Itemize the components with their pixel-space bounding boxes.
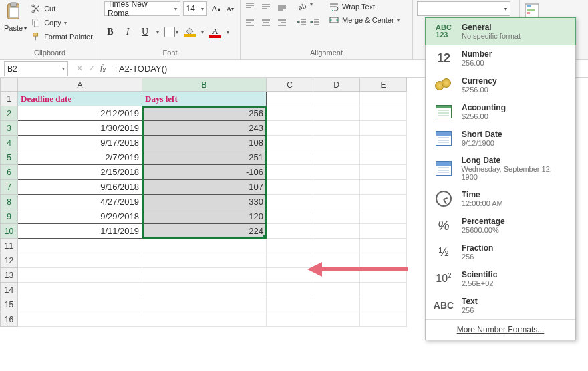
cell-A16[interactable] <box>18 312 142 327</box>
cell-E15[interactable] <box>360 297 407 312</box>
cell-D2[interactable] <box>313 106 360 121</box>
col-header-B[interactable]: B <box>142 78 267 92</box>
cell-E1[interactable] <box>360 92 407 106</box>
borders-button[interactable]: ▾ <box>164 27 178 37</box>
format-painter-button[interactable]: Format Painter <box>29 31 94 43</box>
number-format-percentage[interactable]: % Percentage 25600.00% <box>426 212 575 239</box>
cell-E13[interactable] <box>360 268 407 283</box>
select-all-corner[interactable] <box>1 78 18 92</box>
bold-button[interactable]: B <box>104 25 116 39</box>
cell-D10[interactable] <box>313 224 360 239</box>
decrease-indent-button[interactable] <box>297 17 307 29</box>
cell-B1[interactable]: Days left <box>142 92 267 106</box>
cell-A12[interactable] <box>18 253 142 268</box>
cell-B6[interactable]: -106 <box>142 165 267 180</box>
cell-A8[interactable]: 4/27/2019 <box>18 195 142 209</box>
cell-C10[interactable] <box>267 224 313 239</box>
cell-B14[interactable] <box>142 283 267 297</box>
cell-A6[interactable]: 2/15/2018 <box>18 165 142 180</box>
italic-button[interactable]: I <box>122 25 134 39</box>
cell-A3[interactable]: 1/30/2019 <box>18 121 142 136</box>
paste-button[interactable]: Paste▾ <box>4 1 27 32</box>
cell-A9[interactable]: 9/29/2018 <box>18 209 142 224</box>
cell-D1[interactable] <box>313 92 360 106</box>
cell-B4[interactable]: 108 <box>142 136 267 150</box>
col-header-D[interactable]: D <box>313 78 360 92</box>
cell-A10[interactable]: 1/11/2019 <box>18 224 142 239</box>
number-format-short_date[interactable]: Short Date 9/12/1900 <box>426 125 575 152</box>
cell-D9[interactable] <box>313 209 360 224</box>
cell-B9[interactable]: 120 <box>142 209 267 224</box>
fill-color-button[interactable] <box>184 27 196 37</box>
increase-font-button[interactable]: A▴ <box>210 2 221 15</box>
col-header-C[interactable]: C <box>267 78 313 92</box>
more-number-formats[interactable]: More Number Formats... <box>426 319 575 340</box>
conditional-formatting-icon[interactable] <box>524 3 540 19</box>
font-size-combo[interactable]: 14▾ <box>183 1 208 16</box>
cell-A4[interactable]: 9/17/2018 <box>18 136 142 150</box>
number-format-accounting[interactable]: Accounting $256.00 <box>426 98 575 125</box>
row-header-13[interactable]: 13 <box>1 268 18 283</box>
cell-A11[interactable] <box>18 239 142 253</box>
cell-D14[interactable] <box>313 283 360 297</box>
underline-button[interactable]: U <box>139 25 151 39</box>
number-format-general[interactable]: ABC123 General No specific format <box>425 17 576 45</box>
cell-B10[interactable]: 224 <box>142 224 267 239</box>
wrap-text-button[interactable]: Wrap Text <box>329 1 400 12</box>
align-left[interactable] <box>245 17 258 31</box>
increase-indent-button[interactable] <box>310 17 321 29</box>
cell-C1[interactable] <box>267 92 313 106</box>
cell-E14[interactable] <box>360 283 407 297</box>
cell-C2[interactable] <box>267 106 313 121</box>
cell-C6[interactable] <box>267 165 313 180</box>
cell-C12[interactable] <box>267 253 313 268</box>
number-format-scientific[interactable]: 102 Scientific 2.56E+02 <box>426 265 575 292</box>
cell-B8[interactable]: 330 <box>142 195 267 209</box>
cut-button[interactable]: Cut <box>29 3 94 15</box>
cell-C7[interactable] <box>267 180 313 195</box>
row-header-12[interactable]: 12 <box>1 253 18 268</box>
row-header-5[interactable]: 5 <box>1 150 18 165</box>
cell-A14[interactable] <box>18 283 142 297</box>
row-header-10[interactable]: 10 <box>1 224 18 239</box>
font-family-combo[interactable]: Times New Roma▾ <box>104 1 180 16</box>
cell-E16[interactable] <box>360 312 407 327</box>
number-format-text[interactable]: ABC Text 256 <box>426 292 575 319</box>
copy-button[interactable]: Copy▾ <box>29 17 94 29</box>
row-header-2[interactable]: 2 <box>1 106 18 121</box>
row-header-7[interactable]: 7 <box>1 180 18 195</box>
number-format-time[interactable]: Time 12:00:00 AM <box>426 185 575 212</box>
cell-C5[interactable] <box>267 150 313 165</box>
row-header-15[interactable]: 15 <box>1 297 18 312</box>
cell-E4[interactable] <box>360 136 407 150</box>
cell-A7[interactable]: 9/16/2018 <box>18 180 142 195</box>
number-format-combo[interactable]: ▾ <box>417 1 510 16</box>
number-format-currency[interactable]: Currency $256.00 <box>426 72 575 98</box>
col-header-E[interactable]: E <box>360 78 407 92</box>
cell-B5[interactable]: 251 <box>142 150 267 165</box>
cell-D11[interactable] <box>313 239 360 253</box>
cell-B3[interactable]: 243 <box>142 121 267 136</box>
fx-icon[interactable]: fx <box>100 63 106 74</box>
cell-D4[interactable] <box>313 136 360 150</box>
number-format-fraction[interactable]: ½ Fraction 256 <box>426 239 575 265</box>
cell-C13[interactable] <box>267 268 313 283</box>
cell-B15[interactable] <box>142 297 267 312</box>
number-format-dropdown[interactable]: ABC123 General No specific format 12 Num… <box>425 17 576 340</box>
orientation-button[interactable]: ab <box>297 1 307 14</box>
col-header-A[interactable]: A <box>18 78 142 92</box>
cell-B13[interactable] <box>142 268 267 283</box>
cell-A13[interactable] <box>18 268 142 283</box>
cell-D5[interactable] <box>313 150 360 165</box>
font-color-button[interactable]: A <box>209 26 221 38</box>
align-right[interactable] <box>277 17 290 31</box>
cell-D6[interactable] <box>313 165 360 180</box>
cell-C14[interactable] <box>267 283 313 297</box>
cancel-formula-icon[interactable]: ✕ <box>76 64 83 73</box>
cell-C8[interactable] <box>267 195 313 209</box>
cell-E10[interactable] <box>360 224 407 239</box>
cell-D15[interactable] <box>313 297 360 312</box>
cell-C9[interactable] <box>267 209 313 224</box>
cell-D7[interactable] <box>313 180 360 195</box>
cell-B2[interactable]: 256 <box>142 106 267 121</box>
